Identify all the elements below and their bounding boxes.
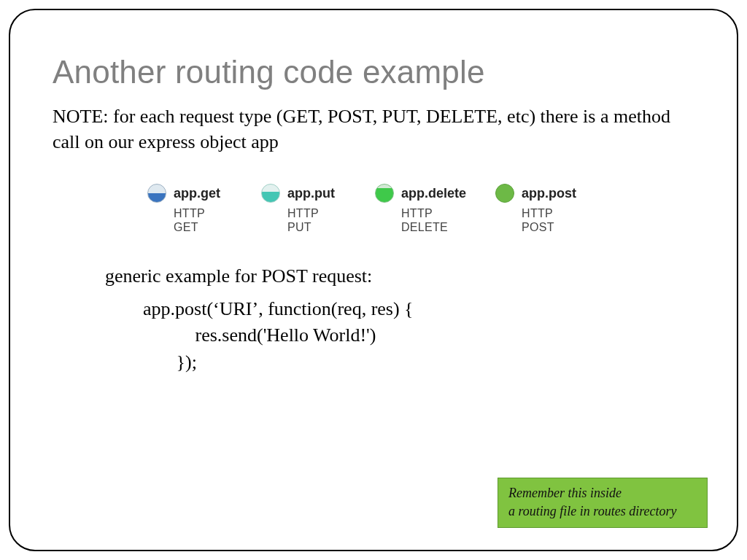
method-http: HTTP PUT [287,206,346,234]
method-name: app.delete [401,186,466,201]
example-block: generic example for POST request: app.po… [105,265,694,377]
method-name: app.put [287,186,335,201]
callout-box: Remember this inside a routing file in r… [498,478,708,528]
code-line-1: app.post(‘URI’, function(req, res) { [143,296,694,323]
delete-icon [375,184,394,203]
method-post: app.post HTTP POST [495,184,580,234]
code-line-2: res.send('Hello World!') [143,322,694,349]
method-http: HTTP POST [522,206,580,234]
example-intro: generic example for POST request: [105,265,694,287]
slide-frame: Another routing code example NOTE: for e… [9,9,738,551]
method-name: app.post [522,186,576,201]
callout-line-1: Remember this inside [508,484,697,502]
method-name: app.get [174,186,220,201]
slide-title: Another routing code example [53,54,694,90]
get-icon [147,184,166,203]
method-get: app.get HTTP GET [147,184,232,234]
http-methods-row: app.get HTTP GET app.put HTTP PUT app.de… [147,184,694,234]
code-line-3: }); [143,349,694,376]
note-text: NOTE: for each request type (GET, POST, … [53,104,694,155]
post-icon [495,184,514,203]
method-delete: app.delete HTTP DELETE [375,184,466,234]
method-http: HTTP GET [174,206,232,234]
put-icon [261,184,280,203]
callout-line-2: a routing file in routes directory [508,502,697,520]
method-http: HTTP DELETE [401,206,460,234]
method-put: app.put HTTP PUT [261,184,346,234]
